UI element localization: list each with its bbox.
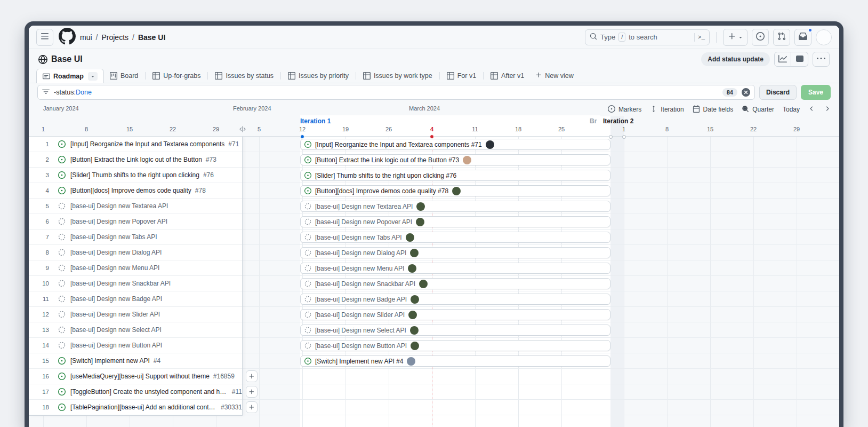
open-issue-icon	[304, 187, 311, 194]
table-row[interactable]: 2[Button] Extract the Link logic out of …	[29, 152, 242, 168]
insights-button[interactable]	[774, 52, 791, 67]
tab-issues-by-status[interactable]: Issues by status	[209, 69, 279, 83]
roadmap-pill[interactable]: [Slider] Thumb shifts to the right upon …	[300, 170, 610, 181]
row-number: 8	[29, 249, 49, 256]
inbox-button[interactable]	[794, 29, 811, 46]
side-panel-button[interactable]	[791, 52, 808, 67]
scroll-right-button[interactable]	[824, 105, 831, 114]
row-number: 9	[29, 265, 49, 271]
row-number: 6	[29, 218, 49, 225]
create-new-button[interactable]	[723, 29, 748, 46]
table-row[interactable]: 15[Switch] Implement new API#4	[29, 353, 242, 369]
tab-options-button[interactable]	[88, 72, 98, 81]
item-title: [base-ui] Design new Snackbar API	[70, 280, 171, 287]
table-row[interactable]: 11[base-ui] Design new Badge API	[29, 291, 242, 307]
new-view-button[interactable]: New view	[530, 69, 579, 83]
table-row[interactable]: 4[Button][docs] Improve demos code quali…	[29, 183, 242, 199]
assignee-avatar	[408, 264, 416, 273]
table-row[interactable]: 14[base-ui] Design new Button API	[29, 338, 242, 353]
tab-board[interactable]: Board	[104, 69, 144, 83]
pill-title: [base-ui] Design new Slider API	[315, 311, 405, 319]
add-item-button[interactable]	[246, 386, 258, 398]
save-button[interactable]: Save	[801, 85, 831, 100]
table-row[interactable]: 18[TablePagination][base-ui] Add an addi…	[29, 400, 242, 415]
roadmap-pill[interactable]: [base-ui] Design new Slider API	[300, 309, 610, 320]
tab-roadmap[interactable]: Roadmap	[36, 69, 104, 83]
roadmap-pill[interactable]: [Input] Reorganize the Input and Textare…	[300, 139, 610, 150]
assignee-avatar	[407, 357, 415, 366]
table-row[interactable]: 5[base-ui] Design new Textarea API	[29, 199, 242, 214]
add-item-button[interactable]	[246, 401, 258, 413]
plus-icon	[248, 404, 255, 410]
tab-after-v1[interactable]: After v1	[485, 69, 530, 83]
roadmap-pill[interactable]: [base-ui] Design new Dialog API	[300, 247, 610, 258]
roadmap-pill[interactable]: [base-ui] Design new Select API	[300, 325, 610, 336]
table-row[interactable]: 16[useMediaQuery][base-ui] Support witho…	[29, 369, 242, 384]
table-row[interactable]: 9[base-ui] Design new Menu API	[29, 260, 242, 276]
date-fields-control[interactable]: Date fields	[693, 105, 734, 114]
item-title: [TablePagination][base-ui] Add an additi…	[70, 404, 217, 411]
column-resize-handle[interactable]	[238, 125, 247, 133]
plus-icon	[248, 389, 255, 395]
roadmap-pill[interactable]: [Button][docs] Improve demos code qualit…	[300, 185, 610, 196]
roadmap-pill[interactable]: [base-ui] Design new Textarea API	[300, 201, 610, 212]
roadmap-pill[interactable]: [base-ui] Design new Menu API	[300, 263, 610, 274]
markers-control[interactable]: Markers	[608, 105, 641, 114]
table-row[interactable]: 1[Input] Reorganize the Input and Textar…	[29, 137, 242, 152]
command-palette-icon[interactable]: >_	[698, 34, 705, 41]
roadmap-pill[interactable]: [base-ui] Design new Badge API	[300, 294, 610, 305]
table-row[interactable]: 17[ToggleButton] Create the unstyled com…	[29, 384, 242, 400]
today-button[interactable]: Today	[783, 106, 800, 113]
breadcrumb-org[interactable]: mui	[80, 33, 92, 42]
project-menu-button[interactable]	[813, 52, 830, 67]
clear-filter-button[interactable]	[742, 88, 750, 97]
item-title: [ToggleButton] Create the unstyled compo…	[70, 388, 228, 396]
date-tick: 22	[750, 126, 757, 132]
item-title: [base-ui] Design new Slider API	[70, 311, 160, 318]
table-row[interactable]: 13[base-ui] Design new Select API	[29, 322, 242, 338]
discard-button[interactable]: Discard	[759, 85, 797, 100]
globe-icon	[38, 55, 47, 64]
pill-title: [base-ui] Design new Button API	[315, 342, 407, 350]
table-row[interactable]: 10[base-ui] Design new Snackbar API	[29, 276, 242, 291]
roadmap-pill[interactable]: [base-ui] Design new Snackbar API	[300, 278, 610, 289]
item-title: [base-ui] Design new Popover API	[70, 218, 167, 225]
roadmap-pill[interactable]: [base-ui] Design new Popover API	[300, 216, 610, 227]
roadmap-pill[interactable]: [Switch] Implement new API #4	[300, 355, 610, 367]
hamburger-menu-button[interactable]	[36, 29, 53, 46]
browser-window: mui / Projects / Base UI Type / to searc…	[25, 21, 843, 427]
zoom-level-control[interactable]: Quarter	[742, 105, 774, 114]
item-title: [base-ui] Design new Dialog API	[70, 249, 162, 256]
search-input[interactable]: Type / to search >_	[585, 29, 710, 45]
assignee-avatar	[411, 342, 419, 350]
iteration-sort-control[interactable]: Iteration	[650, 105, 684, 114]
table-row[interactable]: 3[Slider] Thumb shifts to the right upon…	[29, 168, 242, 183]
add-status-update-button[interactable]: Add status update	[701, 52, 770, 66]
table-row[interactable]: 12[base-ui] Design new Slider API	[29, 307, 242, 322]
table-row[interactable]: 6[base-ui] Design new Popover API	[29, 214, 242, 230]
table-row[interactable]: 8[base-ui] Design new Dialog API	[29, 245, 242, 260]
tab-divider	[280, 72, 281, 80]
tab-issues-by-work-type[interactable]: Issues by work type	[357, 69, 438, 83]
tab-issues-by-priority[interactable]: Issues by priority	[282, 69, 355, 83]
github-logo-icon[interactable]	[59, 29, 76, 46]
breadcrumb-projects[interactable]: Projects	[101, 33, 128, 42]
tab-for-v1[interactable]: For v1	[441, 69, 482, 83]
breadcrumb-page[interactable]: Base UI	[138, 33, 165, 42]
graph-icon	[778, 54, 787, 65]
draft-issue-icon	[58, 295, 66, 303]
roadmap-pill[interactable]: [Button] Extract the Link logic out of t…	[300, 154, 610, 165]
pull-requests-button[interactable]	[773, 29, 790, 46]
tab-up-for-grabs[interactable]: Up-for-grabs	[147, 69, 206, 83]
issues-button[interactable]	[752, 29, 769, 46]
draft-issue-icon	[304, 234, 311, 241]
filter-input[interactable]: -status:Done 84	[37, 85, 755, 100]
add-item-button[interactable]	[246, 370, 258, 382]
draft-issue-icon	[58, 342, 66, 349]
user-avatar[interactable]	[816, 29, 832, 45]
table-row[interactable]: 7[base-ui] Design new Tabs API	[29, 230, 242, 245]
roadmap-pill[interactable]: [base-ui] Design new Button API	[300, 340, 610, 351]
roadmap-pill[interactable]: [base-ui] Design new Tabs API	[300, 232, 610, 243]
scroll-left-button[interactable]	[808, 105, 815, 114]
assignee-avatar	[416, 218, 424, 226]
